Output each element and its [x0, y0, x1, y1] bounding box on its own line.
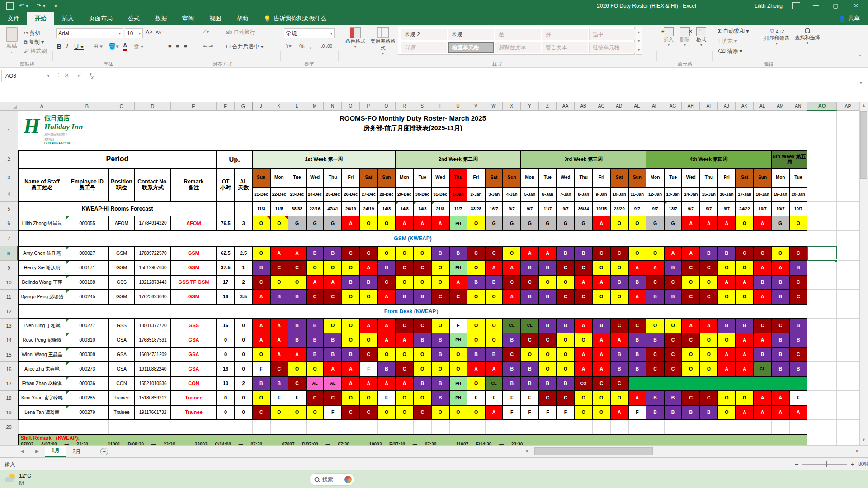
shift-cell[interactable]: B — [306, 347, 324, 362]
maximize-button[interactable]: ▢ — [833, 2, 838, 9]
shift-cell[interactable]: C — [664, 362, 682, 376]
shift-cell[interactable]: B — [503, 376, 521, 391]
date-cell[interactable]: 28-Dec — [377, 187, 396, 202]
day-name-cell[interactable]: Sat — [485, 168, 503, 187]
shift-cell[interactable]: B — [592, 319, 610, 333]
shift-cell[interactable]: C — [557, 261, 575, 275]
shift-cell[interactable]: O — [503, 246, 521, 261]
shift-cell[interactable]: B — [771, 275, 789, 290]
weather-temp[interactable]: 12°C — [19, 473, 31, 479]
staff-name-cell[interactable]: Lilith Zhong 钟晨晨 — [18, 216, 66, 231]
shift-cell[interactable]: C — [413, 405, 431, 420]
shift-cell[interactable]: B — [539, 290, 557, 304]
shift-cell[interactable]: C — [413, 261, 431, 275]
empty-cell[interactable] — [837, 290, 859, 304]
day-name-cell[interactable]: Mon — [646, 168, 664, 187]
shift-cell[interactable]: O — [718, 290, 736, 304]
indent-icons[interactable]: ⇤ ⇥ — [203, 43, 213, 49]
shift-cell[interactable]: O — [270, 216, 288, 231]
cancel-entry-icon[interactable]: ✕ — [64, 72, 69, 79]
empty-cell[interactable] — [807, 319, 837, 333]
shift-cell[interactable]: F — [521, 405, 539, 420]
clear-button[interactable]: ⌫ 清除 ▾ — [718, 47, 742, 55]
vscroll-thumb[interactable] — [860, 111, 867, 179]
shift-cell[interactable]: C — [682, 261, 700, 275]
date-cell[interactable]: 16-Jan — [718, 187, 736, 202]
shift-cell[interactable]: C — [682, 290, 700, 304]
staff-name-cell[interactable]: Belinda Wang 王萍 — [18, 275, 66, 290]
comma-icon[interactable]: , — [309, 43, 311, 50]
row-header-15[interactable]: 15 — [0, 347, 18, 362]
shift-cell[interactable]: B — [646, 333, 664, 347]
day-name-cell[interactable]: Wed — [306, 168, 324, 187]
shift-cell[interactable]: A — [431, 216, 449, 231]
shift-cell[interactable]: O — [342, 261, 360, 275]
empty-cell[interactable] — [837, 319, 859, 333]
shift-cell[interactable]: B — [467, 347, 485, 362]
shift-cell[interactable]: B — [467, 275, 485, 290]
shift-cell[interactable]: C — [396, 319, 414, 333]
staff-ot-cell[interactable]: 0 — [217, 333, 235, 347]
up-header[interactable]: Up. — [217, 150, 252, 168]
shift-cell[interactable]: G — [771, 216, 789, 231]
forecast-label[interactable]: KWEAP-HI Rooms Forecast — [18, 202, 217, 216]
share-button[interactable]: 👤 共享 — [839, 12, 868, 25]
shift-cell[interactable]: O — [449, 362, 467, 376]
shift-cell[interactable]: B — [342, 347, 360, 362]
shift-cell[interactable]: O — [789, 216, 807, 231]
column-header-AG[interactable]: AG — [664, 102, 682, 111]
shift-cell[interactable]: B — [431, 246, 449, 261]
shift-cell[interactable]: C — [754, 319, 772, 333]
shift-cell[interactable]: B — [288, 333, 306, 347]
forecast-cell[interactable]: 22/16 — [306, 202, 324, 216]
column-header-AH[interactable]: AH — [682, 102, 700, 111]
shift-cell[interactable]: C — [664, 275, 682, 290]
sheet-nav-left-icon[interactable]: ◀ — [21, 449, 24, 454]
shift-cell[interactable]: O — [592, 261, 610, 275]
row-header-2[interactable]: 2 — [0, 150, 18, 168]
new-sheet-button[interactable]: + — [100, 448, 108, 455]
day-name-cell[interactable]: Mon — [521, 168, 539, 187]
empty-cell[interactable] — [837, 150, 859, 168]
column-header-L[interactable]: L — [288, 102, 306, 111]
date-cell[interactable]: 13-Jan — [664, 187, 682, 202]
shift-cell[interactable]: A — [288, 246, 306, 261]
shift-cell[interactable]: B — [628, 347, 646, 362]
staff-remark-cell[interactable]: GSA — [171, 362, 217, 376]
staff-al-cell[interactable]: 2.5 — [235, 246, 252, 261]
row-header-13[interactable]: 13 — [0, 319, 18, 333]
date-cell[interactable]: 20-Jan — [789, 187, 807, 202]
column-header-AA[interactable]: AA — [557, 102, 575, 111]
horizontal-align-icons[interactable]: ≡ ≡ ≡ — [168, 43, 189, 50]
shift-cell[interactable]: G — [324, 216, 342, 231]
staff-position-cell[interactable]: GSM — [108, 261, 135, 275]
week-band[interactable]: 4th Week 第四周 — [646, 150, 771, 168]
empty-cell[interactable] — [837, 111, 859, 150]
shift-cell[interactable]: B — [789, 319, 807, 333]
shift-cell[interactable]: F — [539, 405, 557, 420]
shift-cell[interactable]: C — [360, 246, 378, 261]
staff-ot-cell[interactable]: 0 — [217, 391, 235, 405]
shift-cell[interactable]: B — [628, 275, 646, 290]
day-name-cell[interactable]: Sat — [736, 168, 754, 187]
staff-position-cell[interactable]: GSS — [108, 319, 135, 333]
staff-id-cell[interactable]: 000027 — [66, 246, 108, 261]
shift-cell[interactable]: O — [736, 216, 754, 231]
shift-cell[interactable]: O — [288, 362, 306, 376]
shift-cell[interactable]: O — [360, 391, 378, 405]
shift-cell[interactable]: B — [610, 275, 628, 290]
shift-cell[interactable]: O — [360, 216, 378, 231]
empty-cell[interactable] — [807, 347, 837, 362]
shift-cell[interactable]: O — [342, 391, 360, 405]
zoom-slider[interactable] — [802, 464, 847, 465]
find-select-button[interactable]: 查找和选择 ▾ — [794, 27, 821, 45]
shift-cell[interactable]: G — [288, 216, 306, 231]
forecast-cell[interactable]: 9/7 — [628, 202, 646, 216]
select-all-corner[interactable] — [0, 102, 18, 111]
row-header-4[interactable]: 4 — [0, 187, 18, 202]
shift-cell[interactable]: A — [539, 246, 557, 261]
cell-style-chip[interactable]: 解释性文本 — [495, 42, 541, 53]
shift-cell[interactable]: O — [592, 405, 610, 420]
empty-cell[interactable] — [807, 216, 837, 231]
shift-cell[interactable]: B — [324, 347, 342, 362]
